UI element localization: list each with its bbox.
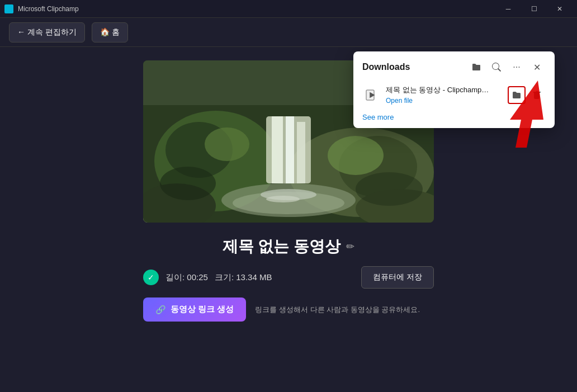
folder-open-icon — [512, 91, 521, 100]
share-button[interactable]: 🔗 동영상 링크 생성 — [143, 297, 246, 322]
download-actions — [508, 86, 546, 104]
svg-point-18 — [160, 167, 216, 200]
svg-point-17 — [266, 196, 300, 202]
delete-download-button[interactable] — [528, 86, 546, 104]
home-button[interactable]: 🏠 홈 — [92, 22, 128, 42]
title-area: 제목 없는 동영상 ✏ — [223, 236, 355, 257]
check-circle: ✓ — [143, 270, 159, 285]
download-info: 제목 없는 동영상 - Clipchamp로 제작 Open file — [386, 85, 502, 105]
svg-rect-10 — [286, 116, 294, 183]
download-item: 제목 없는 동영상 - Clipchamp로 제작 Open file — [353, 81, 555, 110]
share-row: 🔗 동영상 링크 생성 링크를 생성해서 다른 사람과 동영상을 공유하세요. — [143, 297, 434, 322]
popup-title: Downloads — [362, 62, 410, 72]
main-content: 제목 없는 동영상 ✏ ✓ 길이: 00:25 크기: 13.34 MB 컴퓨터… — [0, 47, 577, 392]
close-icon: ✕ — [533, 62, 541, 73]
popup-header-icons: ··· ✕ — [467, 58, 546, 76]
svg-point-6 — [205, 127, 249, 161]
trash-icon — [532, 91, 541, 100]
downloads-popup: Downloads ··· ✕ — [353, 51, 555, 128]
show-in-folder-button[interactable] — [508, 86, 526, 104]
app-icon — [4, 4, 13, 13]
open-downloads-folder-button[interactable] — [467, 58, 485, 76]
save-button[interactable]: 컴퓨터에 저장 — [361, 266, 434, 289]
download-video-icon — [362, 86, 380, 104]
search-icon — [492, 63, 501, 72]
size-text: 크기: 13.34 MB — [215, 272, 272, 283]
svg-point-19 — [356, 172, 423, 206]
video-file-icon — [365, 88, 378, 102]
folder-icon — [472, 63, 481, 72]
edit-icon[interactable]: ✏ — [346, 240, 354, 253]
info-left: ✓ 길이: 00:25 크기: 13.34 MB — [143, 270, 272, 285]
more-options-button[interactable]: ··· — [508, 58, 526, 76]
svg-rect-11 — [297, 122, 305, 183]
info-row: ✓ 길이: 00:25 크기: 13.34 MB 컴퓨터에 저장 — [143, 266, 434, 289]
close-popup-button[interactable]: ✕ — [528, 58, 546, 76]
titlebar: Microsoft Clipchamp ─ ☐ ✕ — [0, 0, 577, 18]
app-title: Microsoft Clipchamp — [18, 5, 79, 13]
ellipsis-icon: ··· — [513, 62, 520, 72]
duration-text: 길이: 00:25 — [165, 272, 208, 283]
popup-header: Downloads ··· ✕ — [353, 51, 555, 81]
video-title: 제목 없는 동영상 — [223, 236, 341, 257]
svg-rect-9 — [272, 116, 283, 183]
open-file-link[interactable]: Open file — [386, 97, 413, 105]
titlebar-left: Microsoft Clipchamp — [4, 4, 79, 13]
search-downloads-button[interactable] — [488, 58, 505, 76]
see-more-link[interactable]: See more — [353, 110, 555, 128]
back-button[interactable]: ← 계속 편집하기 — [9, 22, 85, 42]
maximize-button[interactable]: ☐ — [521, 0, 547, 18]
share-description: 링크를 생성해서 다른 사람과 동영상을 공유하세요. — [255, 305, 420, 315]
download-filename: 제목 없는 동영상 - Clipchamp로 제작 — [386, 85, 492, 95]
toolbar: ← 계속 편집하기 🏠 홈 — [0, 18, 577, 47]
minimize-button[interactable]: ─ — [495, 0, 521, 18]
svg-point-7 — [328, 136, 384, 175]
titlebar-controls: ─ ☐ ✕ — [495, 0, 573, 18]
close-button[interactable]: ✕ — [547, 0, 573, 18]
link-icon: 🔗 — [155, 305, 166, 315]
